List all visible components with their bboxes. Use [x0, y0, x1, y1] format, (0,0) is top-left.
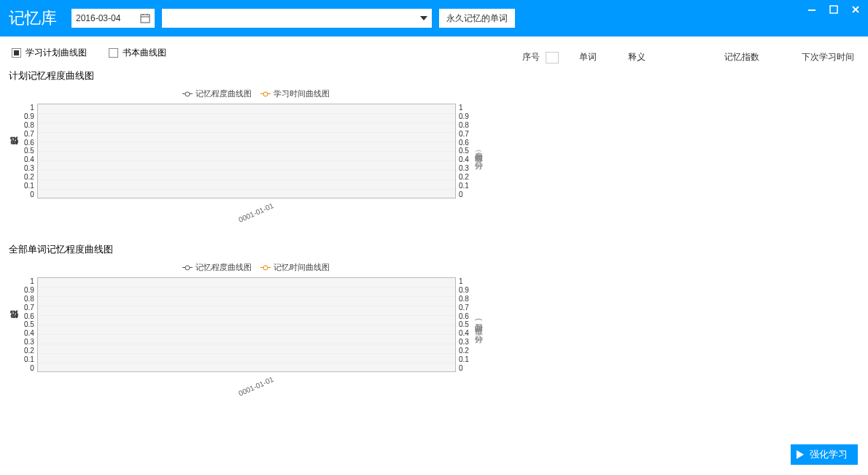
th-mem-index: 记忆指数 — [724, 51, 759, 63]
permanent-memory-button[interactable]: 永久记忆的单词 — [439, 9, 515, 28]
checkbox-book-curve[interactable]: 书本曲线图 — [109, 47, 166, 59]
legend-item: 记忆程度曲线图 — [182, 88, 252, 99]
legend-item: 记忆时间曲线图 — [260, 262, 330, 273]
play-icon — [797, 450, 804, 459]
checkbox-row: 学习计划曲线图 书本曲线图 — [9, 47, 503, 59]
table-header-row: 序号 单词 释义 记忆指数 下次学习时间 — [522, 51, 858, 63]
calendar-icon — [140, 13, 150, 23]
th-meaning: 释义 — [628, 51, 646, 63]
th-seq: 序号 — [522, 51, 540, 63]
chevron-down-icon — [420, 16, 427, 20]
checkbox-plan-curve[interactable]: 学习计划曲线图 — [12, 47, 87, 59]
legend-item: 学习时间曲线图 — [260, 88, 330, 99]
svg-rect-0 — [141, 15, 150, 23]
right-panel: 序号 单词 释义 记忆指数 下次学习时间 强化学习 — [512, 36, 868, 475]
date-input[interactable]: 2016-03-04 — [71, 9, 155, 28]
y-ticks-left: 10.90.80.70.60.50.40.30.20.10 — [21, 104, 37, 198]
checkbox-label: 书本曲线图 — [123, 47, 166, 59]
app-title: 记忆库 — [9, 7, 57, 29]
chart-1-title: 计划记忆程度曲线图 — [9, 69, 503, 82]
reinforce-learn-button[interactable]: 强化学习 — [791, 444, 858, 465]
left-panel: 学习计划曲线图 书本曲线图 计划记忆程度曲线图 记忆程度曲线图 学习时间曲线图 … — [0, 36, 512, 475]
date-value: 2016-03-04 — [76, 13, 120, 23]
th-next-study: 下次学习时间 — [802, 51, 854, 63]
reinforce-label: 强化学习 — [810, 448, 848, 461]
chart-2: 全部单词记忆程度曲线图 记忆程度曲线图 记忆时间曲线图 记忆指数 10.90.8… — [9, 243, 503, 390]
seq-box[interactable] — [546, 52, 559, 63]
book-dropdown[interactable] — [162, 9, 432, 28]
chart-1-legend: 记忆程度曲线图 学习时间曲线图 — [9, 88, 503, 99]
y-axis-right-label: 学习时间（单位：分钟） — [473, 147, 484, 155]
minimize-icon[interactable] — [807, 4, 817, 17]
window-controls — [807, 4, 861, 17]
close-icon[interactable] — [850, 4, 861, 17]
maximize-icon[interactable] — [829, 4, 839, 17]
titlebar: 记忆库 2016-03-04 永久记忆的单词 — [0, 0, 868, 36]
th-word: 单词 — [579, 51, 597, 63]
chart-2-legend: 记忆程度曲线图 记忆时间曲线图 — [9, 262, 503, 273]
checkbox-icon — [109, 48, 118, 58]
svg-rect-5 — [830, 6, 837, 13]
checkbox-icon — [12, 48, 21, 58]
chart-2-title: 全部单词记忆程度曲线图 — [9, 243, 503, 256]
y-ticks-left: 10.90.80.70.60.50.40.30.20.10 — [21, 277, 37, 372]
legend-item: 记忆程度曲线图 — [182, 262, 252, 273]
checkbox-label: 学习计划曲线图 — [26, 47, 87, 59]
chart-1: 计划记忆程度曲线图 记忆程度曲线图 学习时间曲线图 记忆指数 10.90.80.… — [9, 69, 503, 217]
y-axis-right-label: 学习时间(单位：分钟) — [473, 318, 484, 331]
